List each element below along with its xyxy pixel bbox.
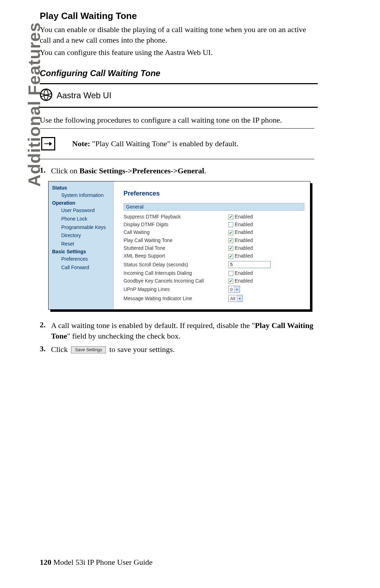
- checkbox-goodbye-cancel[interactable]: ✔: [228, 279, 233, 284]
- step-2: 2. A call waiting tone is enabled by def…: [40, 320, 318, 341]
- pref-label: UPnP Mapping Lines: [124, 285, 228, 294]
- step-text: Click on Basic Settings->Preferences->Ge…: [51, 166, 318, 176]
- enabled-label: Enabled: [235, 278, 253, 284]
- page-content: Play Call Waiting Tone You can enable or…: [40, 11, 318, 357]
- save-settings-button[interactable]: Save Settings: [71, 346, 106, 354]
- pref-row-stuttered-dial: Stuttered Dial Tone ✔Enabled: [124, 244, 304, 252]
- step-3: 3. Click Save Settings to save your sett…: [40, 344, 318, 355]
- divider: [40, 128, 314, 129]
- step-1: 1. Click on Basic Settings->Preferences-…: [40, 166, 318, 176]
- web-ui-label: Aastra Web UI: [57, 91, 112, 100]
- select-upnp[interactable]: 0▾: [228, 286, 240, 293]
- enabled-label: Enabled: [235, 245, 253, 251]
- pref-row-mwi-line: Message Waiting Indicator Line All▾: [124, 294, 304, 303]
- arrow-right-icon: [41, 137, 55, 150]
- nav-item-call-forward[interactable]: Call Forward: [49, 264, 113, 272]
- nav-item-user-password[interactable]: User Password: [49, 206, 113, 215]
- pref-label: Call Waiting: [124, 228, 228, 236]
- nav-heading-operation[interactable]: Operation: [49, 199, 113, 206]
- enabled-label: Enabled: [235, 270, 253, 276]
- pref-row-incoming-interrupt: Incoming Call Interrupts Dialing Enabled: [124, 269, 304, 277]
- pref-label: Status Scroll Delay (seconds): [124, 260, 228, 269]
- pref-row-call-waiting: Call Waiting ✔Enabled: [124, 228, 304, 236]
- pref-row-upnp: UPnP Mapping Lines 0▾: [124, 285, 304, 294]
- enabled-label: Enabled: [235, 222, 253, 227]
- checkbox-display-dtmf[interactable]: [228, 222, 233, 227]
- page-number: 120: [40, 558, 51, 567]
- nav-item-phone-lock[interactable]: Phone Lock: [49, 215, 113, 223]
- pref-label: Display DTMF Digits: [124, 221, 228, 228]
- input-scroll-delay[interactable]: [228, 261, 271, 268]
- checkbox-suppress-dtmf[interactable]: ✔: [228, 215, 233, 219]
- intro-text: Use the following procedures to configur…: [40, 116, 318, 125]
- paragraph: You can configure this feature using the…: [40, 47, 318, 58]
- divider: [40, 159, 314, 159]
- pref-label: Goodbye Key Cancels Incoming Call: [124, 277, 228, 285]
- step-text: Click Save Settings to save your setting…: [51, 344, 318, 355]
- step-text: A call waiting tone is enabled by defaul…: [51, 320, 318, 341]
- page-title: Play Call Waiting Tone: [40, 11, 318, 21]
- step-number: 2.: [40, 320, 49, 341]
- pref-row-xml-beep: XML Beep Support ✔Enabled: [124, 252, 304, 260]
- pref-row-display-dtmf: Display DTMF Digits Enabled: [124, 221, 304, 228]
- step-number: 1.: [40, 166, 49, 176]
- nav-item-system-info[interactable]: System Information: [49, 191, 113, 200]
- panel-title: Preferences: [124, 190, 304, 197]
- web-ui-header: Aastra Web UI: [40, 84, 318, 107]
- preferences-table: Suppress DTMF Playback ✔Enabled Display …: [124, 213, 304, 303]
- pref-row-suppress-dtmf: Suppress DTMF Playback ✔Enabled: [124, 213, 304, 221]
- select-mwi-line[interactable]: All▾: [228, 295, 242, 302]
- section-subtitle: Configuring Call Waiting Tone: [40, 68, 318, 78]
- enabled-label: Enabled: [235, 253, 253, 259]
- note-block: Note: "Play Call Waiting Tone" is enable…: [40, 137, 318, 150]
- nav-item-reset[interactable]: Reset: [49, 240, 113, 248]
- chevron-down-icon: ▾: [234, 286, 240, 292]
- checkbox-call-waiting[interactable]: ✔: [228, 230, 233, 235]
- nav-item-programmable-keys[interactable]: Programmable Keys: [49, 223, 113, 232]
- divider: [40, 107, 318, 108]
- pref-label: Play Call Waiting Tone: [124, 236, 228, 244]
- paragraph: You can enable or disable the playing of…: [40, 24, 318, 45]
- preferences-panel: Preferences General Suppress DTMF Playba…: [114, 181, 310, 309]
- step-list: 1. Click on Basic Settings->Preferences-…: [40, 166, 318, 176]
- enabled-label: Enabled: [235, 237, 253, 243]
- nav-heading-status[interactable]: Status: [49, 184, 113, 191]
- nav-sidebar: Status System Information Operation User…: [49, 181, 114, 309]
- nav-item-preferences[interactable]: Preferences: [49, 255, 113, 264]
- checkbox-incoming-interrupt[interactable]: [228, 271, 233, 276]
- pref-label: XML Beep Support: [124, 252, 228, 260]
- pref-label: Message Waiting Indicator Line: [124, 294, 228, 303]
- note-label: Note:: [72, 139, 90, 148]
- enabled-label: Enabled: [235, 229, 253, 235]
- chevron-down-icon: ▾: [237, 295, 242, 302]
- embedded-screenshot: Status System Information Operation User…: [48, 181, 310, 310]
- note-body: "Play Call Waiting Tone" is enabled by d…: [90, 139, 238, 148]
- pref-label: Incoming Call Interrupts Dialing: [124, 269, 228, 277]
- pref-label: Suppress DTMF Playback: [124, 213, 228, 221]
- pref-row-scroll-delay: Status Scroll Delay (seconds): [124, 260, 304, 269]
- checkbox-xml-beep[interactable]: ✔: [228, 254, 233, 259]
- enabled-label: Enabled: [235, 214, 253, 219]
- pref-row-goodbye-cancel: Goodbye Key Cancels Incoming Call ✔Enabl…: [124, 277, 304, 285]
- pref-label: Stuttered Dial Tone: [124, 244, 228, 252]
- globe-icon: [40, 88, 52, 103]
- step-number: 3.: [40, 344, 49, 355]
- step-list-cont: 2. A call waiting tone is enabled by def…: [40, 320, 318, 354]
- note-text: Note: "Play Call Waiting Tone" is enable…: [72, 137, 239, 148]
- section-header-general: General: [124, 203, 304, 211]
- checkbox-stuttered-dial[interactable]: ✔: [228, 246, 233, 251]
- checkbox-play-cw-tone[interactable]: ✔: [228, 238, 233, 243]
- pref-row-play-cw-tone: Play Call Waiting Tone ✔Enabled: [124, 236, 304, 244]
- nav-item-directory[interactable]: Directory: [49, 231, 113, 240]
- footer-title: Model 53i IP Phone User Guide: [51, 558, 153, 567]
- page-footer: 120 Model 53i IP Phone User Guide: [40, 558, 153, 567]
- nav-heading-basic-settings[interactable]: Basic Settings: [49, 248, 113, 255]
